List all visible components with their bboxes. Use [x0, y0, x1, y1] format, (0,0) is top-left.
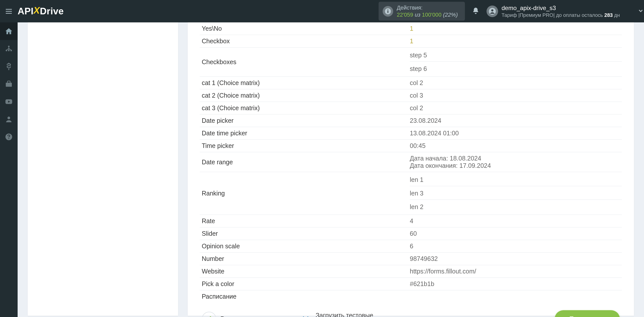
edit-button[interactable]: Редактировать [202, 312, 264, 317]
pencil-icon [202, 312, 216, 317]
notifications-button[interactable] [472, 7, 479, 16]
svg-point-17 [8, 138, 9, 139]
svg-point-8 [8, 46, 10, 47]
table-row: Number98749632 [200, 253, 622, 265]
row-key: cat 3 (Choice matrix) [200, 102, 410, 114]
user-name: demo_apix-drive_s3 [502, 4, 620, 12]
svg-point-4 [387, 9, 388, 10]
row-value: #621b1b [410, 278, 622, 290]
table-row: Rankinglen 1len 3len 2 [200, 172, 622, 215]
row-key: Number [200, 253, 410, 265]
row-key: Time picker [200, 140, 410, 152]
row-value: col 2 [410, 102, 622, 114]
continue-button[interactable]: Продолжить [555, 310, 620, 317]
sidebar-billing[interactable] [0, 58, 18, 75]
row-value: 60 [410, 227, 622, 240]
main-area: Yes\No1Checkbox1Checkboxesstep 5step 6ca… [18, 22, 644, 317]
right-panel: Yes\No1Checkbox1Checkboxesstep 5step 6ca… [188, 22, 634, 316]
tariff-days: 283 [604, 12, 613, 18]
table-row: cat 2 (Choice matrix)col 3 [200, 89, 622, 102]
actions-counter[interactable]: Действия: 22'059 из 100'000 (22%) [379, 2, 465, 21]
tariff-unit: дн [613, 12, 620, 18]
row-value: 1 [410, 35, 622, 48]
svg-point-10 [8, 50, 10, 51]
row-key: Ranking [200, 172, 410, 215]
sidebar-help[interactable] [0, 128, 18, 146]
table-row: Rate4 [200, 215, 622, 227]
logo-text-a: API [18, 6, 33, 17]
user-menu[interactable]: demo_apix-drive_s3 Тариф |Премиум PRO| д… [487, 4, 620, 18]
svg-rect-12 [6, 83, 12, 87]
tariff-name: Премиум PRO [520, 12, 553, 18]
row-key: Date range [200, 152, 410, 172]
table-row: cat 1 (Choice matrix)col 2 [200, 77, 622, 89]
table-row: Websitehttps://forms.fillout.com/ [200, 265, 622, 278]
svg-point-15 [8, 116, 10, 119]
table-row: Yes\No1 [200, 22, 622, 35]
row-value: col 2 [410, 77, 622, 89]
actions-total: 100'000 [422, 12, 441, 18]
row-key: Slider [200, 227, 410, 240]
row-key: Pick a color [200, 278, 410, 290]
row-key: Yes\No [200, 22, 410, 35]
actions-label: Действия: [397, 4, 458, 11]
row-value: 4 [410, 215, 622, 227]
row-value [410, 290, 622, 303]
sidebar-briefcase[interactable] [0, 75, 18, 93]
row-key: Расписание [200, 290, 410, 303]
top-header: APIXDrive Действия: 22'059 из 100'000 (2… [0, 0, 644, 22]
avatar-icon [487, 6, 498, 17]
chevron-down-icon[interactable] [637, 8, 644, 15]
row-value: 00:45 [410, 140, 622, 152]
edit-label: Редактировать [220, 315, 264, 317]
sidebar-home[interactable] [0, 22, 18, 40]
table-row: Checkbox1 [200, 35, 622, 48]
tariff-prefix: Тариф | [502, 12, 520, 18]
row-key: Opinion scale [200, 240, 410, 253]
table-row: Pick a color#621b1b [200, 278, 622, 290]
row-key: cat 2 (Choice matrix) [200, 89, 410, 102]
info-icon [383, 6, 393, 17]
data-table: Yes\No1Checkbox1Checkboxesstep 5step 6ca… [200, 22, 622, 303]
sidebar-account[interactable] [0, 110, 18, 128]
table-row: Checkboxesstep 5step 6 [200, 48, 622, 77]
svg-rect-5 [387, 11, 388, 13]
row-key: Date picker [200, 114, 410, 127]
panel-footer: Редактировать Загрузить тестовые данные … [200, 305, 622, 317]
row-key: Website [200, 265, 410, 278]
user-text: demo_apix-drive_s3 Тариф |Премиум PRO| д… [502, 4, 620, 18]
load-test-data-button[interactable]: Загрузить тестовые данные из Fillout [299, 311, 373, 317]
sidebar [0, 22, 18, 317]
load-line1: Загрузить тестовые [316, 311, 373, 317]
row-value: 13.08.2024 01:00 [410, 127, 622, 140]
svg-point-7 [491, 9, 493, 11]
sidebar-youtube[interactable] [0, 93, 18, 110]
row-key: Checkbox [200, 35, 410, 48]
actions-used: 22'059 [397, 12, 413, 18]
download-icon [299, 312, 312, 317]
row-value: step 5step 6 [410, 48, 622, 77]
actions-of: из [415, 12, 420, 18]
row-key: Date time picker [200, 127, 410, 140]
menu-toggle[interactable] [0, 7, 18, 15]
row-key: Rate [200, 215, 410, 227]
row-value: col 3 [410, 89, 622, 102]
row-key: cat 1 (Choice matrix) [200, 77, 410, 89]
sidebar-integrations[interactable] [0, 40, 18, 58]
logo-text-b: Drive [40, 6, 64, 17]
load-label: Загрузить тестовые данные из Fillout [316, 311, 373, 317]
table-row: Date time picker13.08.2024 01:00 [200, 127, 622, 140]
row-value: 1 [410, 22, 622, 35]
row-value: 6 [410, 240, 622, 253]
row-value: len 1len 3len 2 [410, 172, 622, 215]
row-value: Дата начала: 18.08.2024 Дата окончания: … [410, 152, 622, 172]
actions-pct: (22%) [443, 12, 458, 18]
row-value: https://forms.fillout.com/ [410, 265, 622, 278]
tariff-suffix: | до оплаты осталось [553, 12, 605, 18]
logo-x: X [33, 5, 40, 16]
table-row: Opinion scale6 [200, 240, 622, 253]
table-row: Date picker23.08.2024 [200, 114, 622, 127]
logo[interactable]: APIXDrive [18, 6, 64, 17]
table-row: Date rangeДата начала: 18.08.2024 Дата о… [200, 152, 622, 172]
row-value: 23.08.2024 [410, 114, 622, 127]
